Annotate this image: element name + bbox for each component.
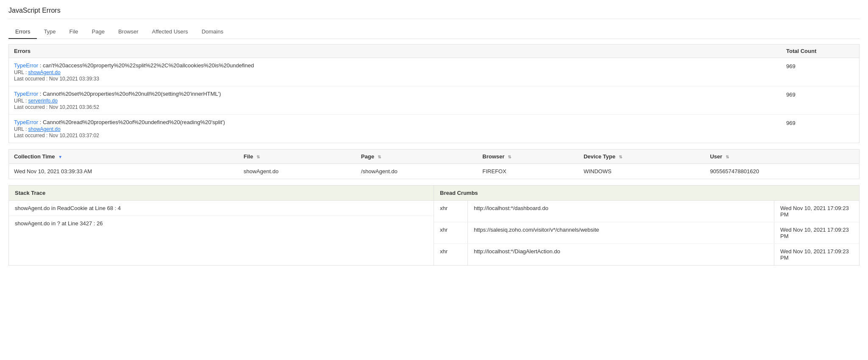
error-count-1: 969 — [786, 62, 854, 69]
error-url-line-2: URL : serverinfo.do — [14, 98, 786, 104]
expanded-inner: Stack Trace showAgent.do in ReadCookie a… — [9, 186, 859, 265]
sort-icon-collection-time: ▼ — [58, 155, 62, 159]
bc-url-1: http://localhost:*/dashboard.do — [468, 201, 774, 222]
stack-trace-row-2: showAgent.do in ? at Line 3427 : 26 — [9, 216, 434, 231]
detail-table-header-row: Collection Time ▼ File ⇅ Page ⇅ Browser … — [9, 150, 859, 164]
sort-icon-device-type: ⇅ — [619, 155, 622, 159]
error-row: TypeError : can't%20access%20property%20… — [9, 58, 859, 86]
tab-errors[interactable]: Errors — [8, 25, 37, 39]
error-message-text-2: : Cannot%20set%20properties%20of%20null%… — [38, 91, 221, 97]
error-message-2: TypeError : Cannot%20set%20properties%20… — [14, 91, 786, 97]
url-label-2: URL : — [14, 98, 28, 104]
sort-icon-page: ⇅ — [378, 155, 381, 159]
stack-trace-header: Stack Trace — [9, 186, 434, 201]
error-message-text-1: : can't%20access%20property%20%22split%2… — [38, 62, 254, 69]
bc-time-2: Wed Nov 10, 2021 17:09:23 PM — [774, 222, 859, 244]
stack-trace-cell-1: showAgent.do in ReadCookie at Line 68 : … — [9, 201, 434, 216]
error-url-link-1[interactable]: showAgent.do — [28, 69, 61, 75]
detail-table-section: Collection Time ▼ File ⇅ Page ⇅ Browser … — [8, 149, 860, 179]
sort-icon-user: ⇅ — [726, 155, 729, 159]
cell-device-type: WINDOWS — [579, 164, 705, 179]
tab-file[interactable]: File — [63, 25, 85, 39]
bread-crumbs-col: Bread Crumbs xhr http://localhost:*/dash… — [434, 186, 859, 265]
cell-file: showAgent.do — [239, 164, 356, 179]
cell-browser: FIREFOX — [477, 164, 579, 179]
tabs-bar: Errors Type File Page Browser Affected U… — [8, 25, 860, 39]
bc-type-3: xhr — [434, 244, 468, 265]
error-row: TypeError : Cannot%20read%20properties%2… — [9, 115, 859, 143]
bc-row-2: xhr https://salesiq.zoho.com/visitor/v*/… — [434, 222, 859, 244]
page-container: JavaScript Errors Errors Type File Page … — [0, 0, 868, 272]
error-count-2: 969 — [786, 91, 854, 98]
cell-page: /showAgent.do — [356, 164, 477, 179]
error-last-occurred-2: Last occurred : Nov 10,2021 03:36:52 — [14, 104, 786, 110]
url-label-3: URL : — [14, 126, 28, 132]
stack-trace-col: Stack Trace showAgent.do in ReadCookie a… — [9, 186, 434, 265]
error-count-3: 969 — [786, 119, 854, 126]
tab-browser[interactable]: Browser — [111, 25, 145, 39]
error-details-2: TypeError : Cannot%20set%20properties%20… — [14, 91, 786, 110]
page-title: JavaScript Errors — [8, 7, 860, 19]
bc-url-3: http://localhost:*/DiagAlertAction.do — [468, 244, 774, 265]
tab-type[interactable]: Type — [37, 25, 62, 39]
error-message-1: TypeError : can't%20access%20property%20… — [14, 62, 786, 69]
col-page-header[interactable]: Page ⇅ — [356, 150, 477, 164]
errors-section: Errors Total Count TypeError : can't%20a… — [8, 44, 860, 143]
tab-page[interactable]: Page — [85, 25, 111, 39]
error-last-occurred-3: Last occurred : Nov 10,2021 03:37:02 — [14, 133, 786, 138]
col-browser-header[interactable]: Browser ⇅ — [477, 150, 579, 164]
sort-icon-browser: ⇅ — [508, 155, 511, 159]
sort-icon-file: ⇅ — [256, 155, 260, 159]
col-collection-time-header[interactable]: Collection Time ▼ — [9, 150, 239, 164]
error-url-link-2[interactable]: serverinfo.do — [28, 98, 58, 104]
error-url-line-3: URL : showAgent.do — [14, 126, 786, 132]
errors-header-row: Errors Total Count — [9, 44, 859, 58]
bread-crumbs-header: Bread Crumbs — [434, 186, 859, 201]
error-type-link-2[interactable]: TypeError — [14, 91, 38, 97]
error-details-1: TypeError : can't%20access%20property%20… — [14, 62, 786, 82]
col-count-header: Total Count — [786, 48, 854, 54]
col-file-header[interactable]: File ⇅ — [239, 150, 356, 164]
error-type-link-3[interactable]: TypeError — [14, 119, 38, 125]
bc-row-1: xhr http://localhost:*/dashboard.do Wed … — [434, 201, 859, 222]
stack-trace-row-1: showAgent.do in ReadCookie at Line 68 : … — [9, 201, 434, 216]
tab-domains[interactable]: Domains — [195, 25, 230, 39]
error-url-line-1: URL : showAgent.do — [14, 69, 786, 75]
tab-affected-users[interactable]: Affected Users — [145, 25, 195, 39]
cell-user: 9055657478801620 — [705, 164, 859, 179]
detail-table: Collection Time ▼ File ⇅ Page ⇅ Browser … — [9, 150, 859, 179]
cell-collection-time: Wed Nov 10, 2021 03:39:33 AM — [9, 164, 239, 179]
col-user-header[interactable]: User ⇅ — [705, 150, 859, 164]
bc-time-3: Wed Nov 10, 2021 17:09:23 PM — [774, 244, 859, 265]
bc-url-2: https://salesiq.zoho.com/visitor/v*/chan… — [468, 222, 774, 244]
bc-type-1: xhr — [434, 201, 468, 222]
error-row: TypeError : Cannot%20set%20properties%20… — [9, 86, 859, 115]
bc-time-1: Wed Nov 10, 2021 17:09:23 PM — [774, 201, 859, 222]
col-errors-header: Errors — [14, 48, 786, 54]
stack-trace-cell-2: showAgent.do in ? at Line 3427 : 26 — [9, 216, 434, 231]
bc-type-2: xhr — [434, 222, 468, 244]
bc-row-3: xhr http://localhost:*/DiagAlertAction.d… — [434, 244, 859, 265]
url-label-1: URL : — [14, 69, 28, 75]
error-message-3: TypeError : Cannot%20read%20properties%2… — [14, 119, 786, 125]
detail-table-row: Wed Nov 10, 2021 03:39:33 AM showAgent.d… — [9, 164, 859, 179]
expanded-section: Stack Trace showAgent.do in ReadCookie a… — [8, 185, 860, 266]
error-type-link-1[interactable]: TypeError — [14, 62, 38, 69]
col-device-type-header[interactable]: Device Type ⇅ — [579, 150, 705, 164]
error-last-occurred-1: Last occurred : Nov 10,2021 03:39:33 — [14, 76, 786, 82]
error-message-text-3: : Cannot%20read%20properties%20of%20unde… — [38, 119, 225, 125]
error-url-link-3[interactable]: showAgent.do — [28, 126, 61, 132]
error-details-3: TypeError : Cannot%20read%20properties%2… — [14, 119, 786, 138]
